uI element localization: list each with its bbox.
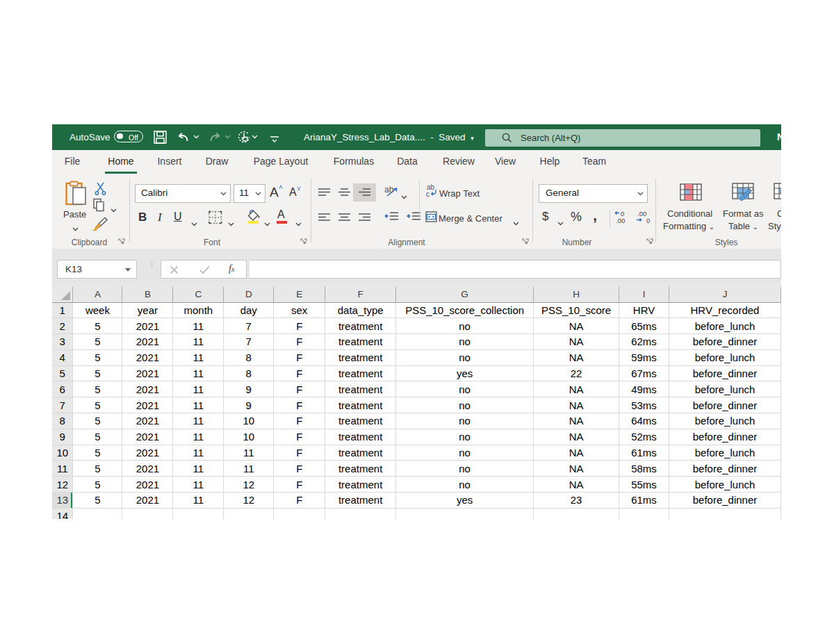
svg-text:ab: ab <box>384 185 394 195</box>
svg-text:c: c <box>426 190 430 197</box>
svg-text:.00: .00 <box>637 210 646 217</box>
svg-text:.00: .00 <box>616 217 625 224</box>
svg-text:0: 0 <box>646 217 650 224</box>
